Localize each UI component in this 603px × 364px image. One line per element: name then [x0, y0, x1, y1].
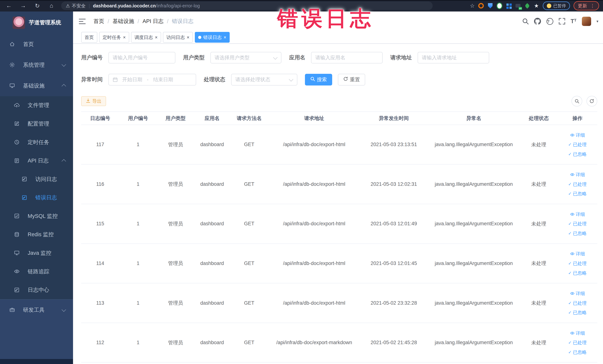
mark-ignored-link[interactable]: ✓ 已忽略 — [568, 191, 587, 197]
tag-tab[interactable]: 访问日志× — [163, 32, 193, 43]
tag-tab[interactable]: 首页 — [81, 32, 97, 43]
address-bar[interactable]: ⚠ 不安全 | dashboard.yudao.iocoder.cn /infr… — [61, 1, 433, 10]
mark-ignored-link[interactable]: ✓ 已忽略 — [568, 270, 587, 276]
search-icon[interactable] — [522, 18, 529, 24]
cell-status: 未处理 — [520, 141, 557, 148]
close-icon[interactable]: × — [223, 35, 226, 40]
forward-icon[interactable]: → — [20, 2, 26, 9]
table-row: 113 1 管理员 dashboard GET /api/infra/db-do… — [81, 283, 597, 323]
request-url-input[interactable] — [418, 52, 489, 63]
chevron-up-icon — [62, 159, 66, 164]
sidebar-collapse-bar[interactable] — [0, 359, 73, 364]
extensions-puzzle-icon[interactable]: ★ — [533, 3, 539, 9]
close-icon[interactable]: × — [155, 35, 158, 40]
process-status-select[interactable]: 请选择处理状态 — [231, 74, 297, 85]
table-row: 115 1 管理员 dashboard GET /api/infra/db-do… — [81, 204, 597, 244]
detail-link[interactable]: 详细 — [570, 330, 585, 336]
close-icon[interactable]: × — [123, 35, 126, 40]
export-button[interactable]: 导出 — [81, 96, 106, 106]
search-button[interactable]: 搜索 — [305, 74, 332, 85]
user-id-label: 用户编号 — [81, 54, 103, 61]
mark-processed-link[interactable]: ✓ 已处理 — [568, 181, 587, 187]
tag-tab[interactable]: 定时任务× — [99, 32, 129, 43]
sidebar-item[interactable]: Redis 监控 — [0, 225, 73, 244]
cell-app-name: dashboard — [194, 260, 230, 266]
sidebar-item[interactable]: 首页 — [0, 34, 73, 55]
mark-processed-link[interactable]: ✓ 已处理 — [568, 141, 587, 148]
reset-button[interactable]: 重置 — [338, 74, 365, 85]
close-icon[interactable]: × — [187, 35, 189, 40]
extension-leaf-icon[interactable] — [524, 3, 530, 9]
tag-tab[interactable]: 错误日志× — [195, 32, 230, 43]
paused-chip[interactable]: 已暂停 — [543, 1, 570, 10]
breadcrumb-api-log[interactable]: API 日志 — [142, 18, 163, 25]
mark-processed-link[interactable]: ✓ 已处理 — [568, 260, 587, 267]
sidebar-item[interactable]: 研发工具 — [0, 300, 73, 320]
page-header: 首页 / 基础设施 / API 日志 / 错误日志 ? TT ▾ — [73, 12, 603, 31]
cell-request-url: /api/infra/db-doc/export-html — [268, 260, 360, 266]
help-icon[interactable]: ? — [546, 18, 553, 25]
reload-icon[interactable]: ↻ — [34, 2, 41, 9]
extension-on-switch-icon[interactable] — [515, 3, 521, 9]
check-icon: ✓ — [568, 191, 572, 196]
mark-processed-link[interactable]: ✓ 已处理 — [568, 300, 587, 306]
row-actions: 详细 ✓ 已处理 ✓ 已忽略 — [557, 290, 597, 316]
sidebar-item[interactable]: API 日志 — [0, 152, 73, 170]
mark-ignored-link[interactable]: ✓ 已忽略 — [568, 349, 587, 355]
detail-link[interactable]: 详细 — [570, 211, 585, 217]
app-name-input[interactable] — [311, 52, 383, 63]
refresh-table-button[interactable] — [587, 96, 597, 107]
mark-processed-link[interactable]: ✓ 已处理 — [568, 340, 587, 346]
user-id-input[interactable] — [108, 52, 175, 63]
col-status: 处理状态 — [520, 115, 557, 122]
sidebar-item[interactable]: 错误日志 — [0, 188, 73, 207]
extension-shield-icon[interactable] — [487, 3, 493, 9]
user-type-select[interactable]: 请选择用户类型 — [210, 52, 282, 63]
cell-user-id: 1 — [119, 260, 157, 266]
sidebar-item[interactable]: 文件管理 — [0, 96, 73, 115]
breadcrumb-infra[interactable]: 基础设施 — [113, 18, 134, 25]
sidebar-item[interactable]: MySQL 监控 — [0, 207, 73, 225]
cell-user-id: 1 — [119, 340, 157, 345]
security-label[interactable]: 不安全 — [72, 3, 86, 9]
back-icon[interactable]: ← — [5, 2, 12, 9]
extension-green-circle-icon[interactable] — [497, 3, 502, 9]
main-content: 用户编号 用户类型 请选择用户类型 应用名 请求地址 异常时间 开始日期 - 结… — [73, 44, 603, 364]
home-icon[interactable]: ⌂ — [48, 2, 55, 9]
bookmark-star-icon[interactable]: ☆ — [470, 3, 475, 9]
monitor-icon — [14, 250, 20, 256]
github-icon[interactable] — [534, 18, 541, 25]
mark-processed-link[interactable]: ✓ 已处理 — [568, 221, 587, 227]
sidebar-item[interactable]: 系统管理 — [0, 55, 73, 75]
extension-grid-icon[interactable] — [506, 3, 512, 9]
detail-link[interactable]: 详细 — [570, 172, 585, 178]
sidebar-item[interactable]: 基础设施 — [0, 75, 73, 96]
detail-link[interactable]: 详细 — [570, 132, 585, 138]
hide-search-button[interactable] — [571, 96, 582, 107]
font-size-icon[interactable]: TT — [570, 18, 577, 25]
chevron-down-icon[interactable]: ▾ — [596, 19, 598, 23]
extension-orange-icon[interactable] — [478, 3, 484, 9]
detail-link[interactable]: 详细 — [570, 251, 585, 257]
exception-time-range[interactable]: 开始日期 - 结束日期 — [108, 74, 196, 85]
tag-tab[interactable]: 调度日志× — [131, 32, 161, 43]
sidebar-item[interactable]: 配置管理 — [0, 115, 73, 133]
sidebar-item[interactable]: Java 监控 — [0, 244, 73, 262]
update-button[interactable]: 更新 ⋮ — [574, 1, 599, 10]
sidebar-item[interactable]: 定时任务 — [0, 133, 73, 152]
menu-dots-icon[interactable]: ⋮ — [590, 3, 595, 9]
mark-ignored-link[interactable]: ✓ 已忽略 — [568, 151, 587, 157]
detail-link[interactable]: 详细 — [570, 290, 585, 296]
sidebar-logo[interactable]: 芋道管理系统 — [0, 12, 73, 34]
fullscreen-icon[interactable] — [559, 18, 565, 24]
mark-ignored-link[interactable]: ✓ 已忽略 — [568, 309, 587, 316]
sidebar-item[interactable]: 链路追踪 — [0, 262, 73, 281]
breadcrumb-home[interactable]: 首页 — [93, 18, 104, 25]
avatar[interactable] — [582, 17, 591, 26]
calendar-icon — [113, 77, 118, 82]
mark-ignored-link[interactable]: ✓ 已忽略 — [568, 230, 587, 236]
hamburger-icon[interactable] — [79, 19, 86, 24]
sidebar-item[interactable]: 访问日志 — [0, 170, 73, 188]
cell-user-id: 1 — [119, 142, 157, 147]
sidebar-item[interactable]: 日志中心 — [0, 281, 73, 299]
